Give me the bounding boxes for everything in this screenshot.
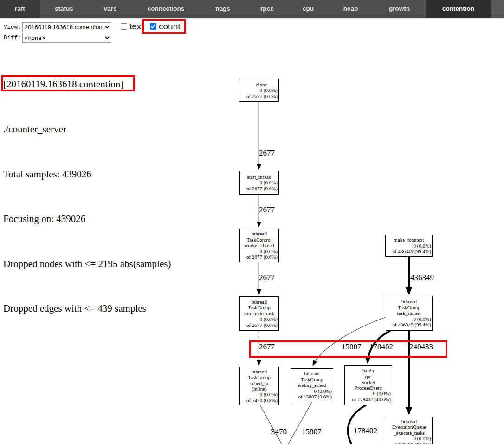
graph-node: bthreadTaskControlworker_thread0 (0.0%)o… (239, 229, 279, 262)
edge-label: 15807 (342, 342, 362, 352)
graph-node: bthreadTaskGrouptask_runner0 (0.0%)of 43… (386, 296, 433, 331)
call-graph: __clone0 (0.0%)of 2677 (0.6%)start_threa… (0, 0, 504, 444)
edge-label: 2677 (259, 149, 275, 158)
edge-label: 436349 (410, 273, 434, 282)
graph-node: bthreadExecutionQueue_execute_tasks0 (0.… (386, 417, 433, 444)
edge-label: 2677 (259, 205, 275, 215)
graph-node: baidurpcSocketProcessEvent0 (0.0%)of 178… (344, 365, 392, 405)
graph-node: make_fcontext0 (0.0%)of 436349 (99.4%) (385, 235, 433, 257)
edge-label: 178402 (354, 426, 377, 436)
graph-node: bthreadTaskGroupending_sched0 (0.0%)of 1… (291, 368, 333, 402)
edge-label: 2677 (259, 342, 275, 352)
graph-node: bthreadTaskGroupsched_to(inline)0 (0.0%)… (239, 367, 279, 405)
edge-label: 3470 (271, 427, 287, 437)
edge-label: 178402 (369, 342, 393, 352)
edge-label: 2677 (259, 273, 275, 282)
graph-node: start_thread0 (0.0%)of 2677 (0.6%) (239, 171, 279, 195)
graph-node: bthreadTaskGrouprun_main_task0 (0.0%)of … (239, 296, 279, 331)
edge-label: 240433 (409, 342, 433, 352)
edge-label: 15807 (302, 427, 322, 437)
graph-node: __clone0 (0.0%)of 2677 (0.6%) (239, 79, 279, 102)
